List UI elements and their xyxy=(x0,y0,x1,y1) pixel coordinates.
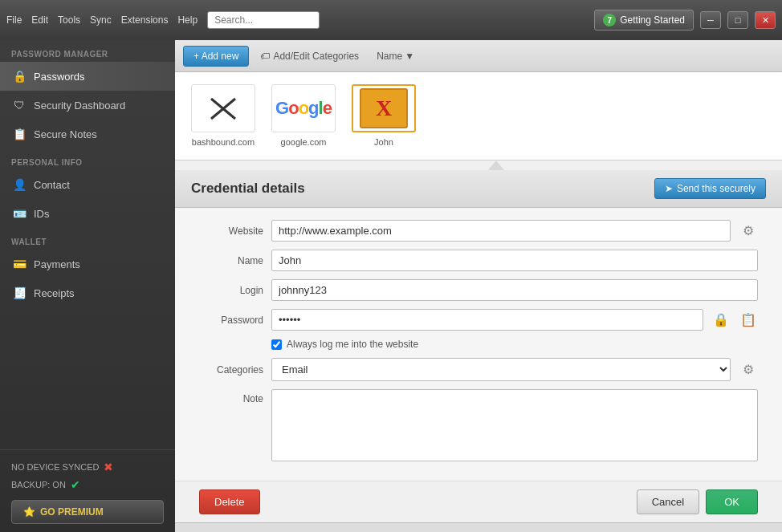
backup-icon: ✔ xyxy=(71,478,80,491)
auto-login-label[interactable]: Always log me into the website xyxy=(287,339,418,350)
toolbar: + Add new 🏷 Add/Edit Categories Name ▼ xyxy=(175,40,782,72)
restore-button[interactable]: □ xyxy=(727,11,748,29)
menu-edit[interactable]: Edit xyxy=(31,14,48,26)
no-device-synced-status: NO DEVICE SYNCED ✖ xyxy=(11,458,164,476)
website-input[interactable] xyxy=(271,220,731,242)
entries-area: bashbound.com Google google.com X Jo xyxy=(175,72,782,160)
getting-started-label: Getting Started xyxy=(620,14,685,26)
menu-help[interactable]: Help xyxy=(177,14,198,26)
name-input[interactable] xyxy=(271,250,758,271)
credential-details-title: Credential details xyxy=(191,181,305,197)
panel-pointer xyxy=(488,160,504,170)
login-input[interactable] xyxy=(271,279,758,301)
xampp-icon-box: X xyxy=(360,88,408,128)
scrollbar-area[interactable] xyxy=(175,522,782,532)
entry-google[interactable]: Google google.com xyxy=(271,84,336,147)
menu-extensions[interactable]: Extensions xyxy=(121,14,169,26)
main-layout: PASSWORD MANAGER 🔒 Passwords 🛡 Security … xyxy=(0,40,782,532)
entry-bashbound[interactable]: bashbound.com xyxy=(191,84,255,147)
minimize-button[interactable]: ─ xyxy=(700,11,721,29)
website-settings-icon[interactable]: ⚙ xyxy=(739,223,758,238)
add-edit-categories-button[interactable]: 🏷 Add/Edit Categories xyxy=(252,47,367,66)
name-row: Name xyxy=(199,250,758,271)
password-row: Password 🔒 📋 xyxy=(199,309,758,331)
google-o1: o xyxy=(288,98,298,118)
entry-label-john: John xyxy=(374,137,393,147)
id-icon: 🪪 xyxy=(11,205,27,221)
sidebar-item-secure-notes[interactable]: 📋 Secure Notes xyxy=(0,120,175,148)
entry-icon-bashbound xyxy=(191,84,255,132)
menu-tools[interactable]: Tools xyxy=(58,14,80,26)
star-icon: ⭐ xyxy=(23,506,35,518)
note-icon: 📋 xyxy=(11,126,27,142)
titlebar: File Edit Tools Sync Extensions Help 7 G… xyxy=(0,0,782,40)
send-secure-button[interactable]: ➤ Send this securely xyxy=(654,178,766,199)
sidebar-item-passwords[interactable]: 🔒 Passwords xyxy=(0,62,175,91)
backup-status: BACKUP: ON ✔ xyxy=(11,476,164,493)
premium-label: GO PREMIUM xyxy=(40,506,104,518)
close-button[interactable]: ✕ xyxy=(755,11,776,29)
search-input[interactable] xyxy=(207,11,320,29)
name-sort-label: Name xyxy=(377,51,402,62)
tag-icon: 🏷 xyxy=(260,51,270,62)
entry-john[interactable]: X John xyxy=(352,84,416,147)
password-input[interactable] xyxy=(271,309,703,331)
premium-button[interactable]: ⭐ GO PREMIUM xyxy=(11,500,164,524)
delete-button[interactable]: Delete xyxy=(199,489,260,514)
add-edit-categories-label: Add/Edit Categories xyxy=(273,51,359,62)
sidebar-label-passwords: Passwords xyxy=(34,71,85,83)
sidebar-item-security-dashboard[interactable]: 🛡 Security Dashboard xyxy=(0,91,175,120)
form-buttons: Delete Cancel OK xyxy=(175,481,782,522)
credential-form: Website ⚙ Name Login Password xyxy=(175,208,782,481)
sidebar-item-ids[interactable]: 🪪 IDs xyxy=(0,199,175,228)
name-label: Name xyxy=(199,255,263,266)
categories-row: Categories Email Banking Social Shopping… xyxy=(199,358,758,381)
website-label: Website xyxy=(199,225,263,237)
categories-select[interactable]: Email Banking Social Shopping Other xyxy=(271,358,731,381)
website-row: Website ⚙ xyxy=(199,220,758,242)
sidebar-label-contact: Contact xyxy=(34,179,70,191)
name-sort-button[interactable]: Name ▼ xyxy=(370,47,421,66)
lock-password-icon[interactable]: 🔒 xyxy=(711,312,731,327)
sidebar-section-password-manager: PASSWORD MANAGER xyxy=(0,40,175,62)
getting-started-button[interactable]: 7 Getting Started xyxy=(594,10,694,30)
menu-bar: File Edit Tools Sync Extensions Help xyxy=(6,14,198,26)
add-new-button[interactable]: + Add new xyxy=(183,46,249,67)
shield-icon: 🛡 xyxy=(11,97,27,113)
categories-settings-icon[interactable]: ⚙ xyxy=(739,362,758,377)
add-new-label: + Add new xyxy=(193,51,238,62)
sidebar-item-payments[interactable]: 💳 Payments xyxy=(0,250,175,278)
right-buttons: Cancel OK xyxy=(637,489,758,514)
no-device-synced-icon: ✖ xyxy=(104,461,113,473)
chevron-down-icon: ▼ xyxy=(405,51,414,62)
sidebar-bottom: NO DEVICE SYNCED ✖ BACKUP: ON ✔ ⭐ GO PRE… xyxy=(0,449,175,532)
entry-label-google: google.com xyxy=(281,137,327,147)
note-label: Note xyxy=(199,393,263,404)
cancel-button[interactable]: Cancel xyxy=(637,489,699,514)
no-device-synced-label: NO DEVICE SYNCED xyxy=(11,462,99,472)
menu-file[interactable]: File xyxy=(6,14,22,26)
note-textarea[interactable] xyxy=(271,389,758,461)
credential-details-panel: Credential details ➤ Send this securely … xyxy=(175,170,782,522)
send-icon: ➤ xyxy=(665,183,673,194)
entry-icon-john: X xyxy=(352,84,416,132)
note-row: Note xyxy=(199,389,758,461)
google-g1: G xyxy=(275,98,288,118)
sidebar-label-receipts: Receipts xyxy=(34,287,75,299)
xampp-x-icon: X xyxy=(376,95,392,121)
sidebar-item-receipts[interactable]: 🧾 Receipts xyxy=(0,278,175,307)
sidebar-label-ids: IDs xyxy=(34,208,50,220)
login-label: Login xyxy=(199,285,263,296)
sidebar-item-contact[interactable]: 👤 Contact xyxy=(0,170,175,199)
google-g2: g xyxy=(308,98,318,118)
auto-login-row: Always log me into the website xyxy=(271,339,758,350)
receipts-icon: 🧾 xyxy=(11,285,27,301)
details-header: Credential details ➤ Send this securely xyxy=(175,170,782,208)
auto-login-checkbox[interactable] xyxy=(271,339,282,350)
payments-icon: 💳 xyxy=(11,256,27,272)
menu-sync[interactable]: Sync xyxy=(90,14,112,26)
sidebar-label-secure-notes: Secure Notes xyxy=(34,128,97,140)
ok-button[interactable]: OK xyxy=(706,489,758,514)
copy-password-icon[interactable]: 📋 xyxy=(739,312,758,327)
lock-icon: 🔒 xyxy=(11,68,27,84)
